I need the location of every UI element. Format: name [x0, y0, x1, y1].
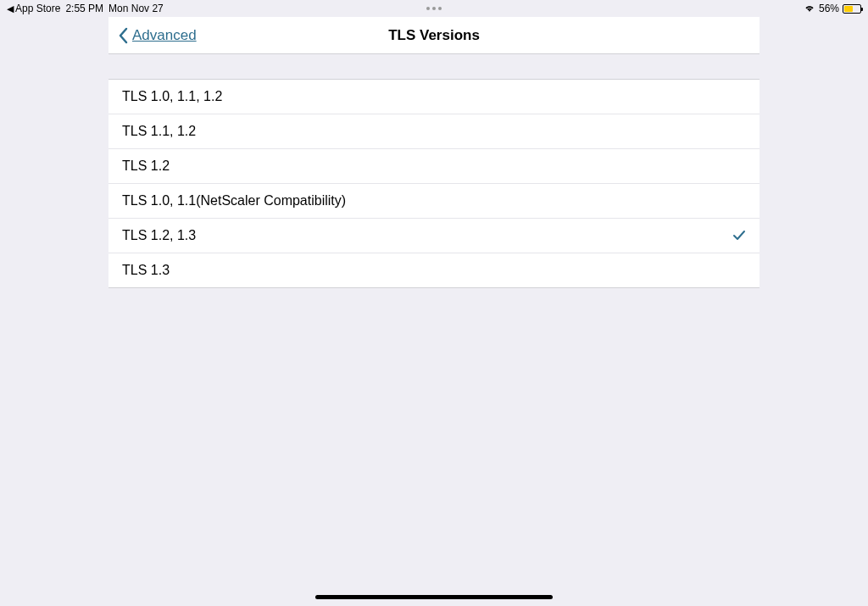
tls-option-row[interactable]: TLS 1.0, 1.1(NetScaler Compatibility) [108, 184, 760, 219]
section-spacer [108, 54, 760, 80]
tls-option-label: TLS 1.0, 1.1(NetScaler Compatibility) [122, 193, 346, 208]
tls-option-label: TLS 1.2 [122, 158, 170, 174]
checkmark-icon [732, 230, 746, 242]
page-title: TLS Versions [388, 27, 480, 44]
nav-bar: Advanced TLS Versions [108, 17, 760, 54]
tls-option-label: TLS 1.2, 1.3 [122, 228, 196, 243]
tls-option-label: TLS 1.0, 1.1, 1.2 [122, 89, 222, 104]
home-indicator[interactable] [315, 595, 553, 599]
back-button-label: Advanced [132, 27, 197, 44]
status-date: Mon Nov 27 [108, 3, 164, 14]
tls-option-row[interactable]: TLS 1.3 [108, 253, 760, 288]
return-app-label: App Store [15, 3, 60, 14]
wifi-icon [804, 4, 815, 13]
tls-option-row[interactable]: TLS 1.0, 1.1, 1.2 [108, 80, 760, 114]
below-list-area [108, 288, 760, 606]
status-time: 2:55 PM [65, 3, 103, 14]
status-bar-left: ◀ App Store 2:55 PM Mon Nov 27 [7, 3, 164, 14]
return-to-app-button[interactable]: ◀ App Store [7, 3, 60, 14]
status-bar-right: 56% [804, 3, 861, 14]
caret-left-icon: ◀ [7, 4, 14, 14]
options-list: TLS 1.0, 1.1, 1.2TLS 1.1, 1.2TLS 1.2TLS … [108, 80, 760, 288]
tls-option-row[interactable]: TLS 1.2 [108, 149, 760, 184]
content-container: Advanced TLS Versions TLS 1.0, 1.1, 1.2T… [108, 17, 760, 606]
multitask-dots-icon[interactable] [426, 7, 442, 10]
chevron-left-icon [119, 27, 129, 44]
tls-option-label: TLS 1.3 [122, 263, 170, 278]
tls-option-row[interactable]: TLS 1.2, 1.3 [108, 219, 760, 253]
battery-icon [843, 4, 861, 14]
battery-percent: 56% [819, 3, 839, 14]
tls-option-row[interactable]: TLS 1.1, 1.2 [108, 114, 760, 149]
tls-option-label: TLS 1.1, 1.2 [122, 124, 196, 139]
status-bar: ◀ App Store 2:55 PM Mon Nov 27 56% [0, 0, 868, 17]
back-button[interactable]: Advanced [119, 27, 197, 44]
